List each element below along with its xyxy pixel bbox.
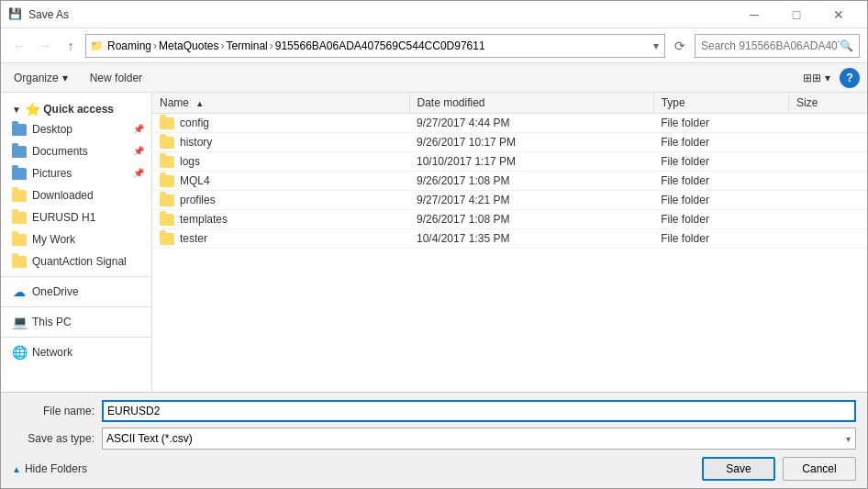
new-folder-button[interactable]: New folder [84,70,148,86]
file-content: Name ▲ Date modified Type Size [152,93,867,392]
sidebar-item-pictures[interactable]: Pictures 📌 [1,162,151,184]
file-name: history [180,136,212,149]
breadcrumb-part-3: Terminal [226,39,267,52]
sidebar-item-mywork[interactable]: My Work [1,228,151,250]
breadcrumb-icon: 📁 [90,39,104,52]
file-size [789,114,867,133]
breadcrumb-part-4: 915566BA06ADA407569C544CC0D97611 [275,39,485,52]
thispc-label: This PC [32,316,144,328]
table-row[interactable]: history 9/26/2017 10:17 PM File folder [152,133,867,152]
sort-arrow-icon: ▲ [195,99,204,108]
filename-input[interactable] [102,400,856,422]
folder-icon [160,214,174,226]
savetype-select[interactable]: ASCII Text (*.csv) [102,428,856,450]
file-size [789,229,867,249]
maximize-button[interactable]: □ [775,1,818,28]
file-type: File folder [653,114,788,133]
address-toolbar: ← → ↑ 📁 Roaming › MetaQuotes › Terminal … [1,28,867,63]
view-options-button[interactable]: ⊞⊞ ▾ [797,70,836,86]
breadcrumb-sep-2: › [220,39,224,52]
refresh-button[interactable]: ⟳ [669,35,691,57]
search-icon: 🔍 [840,39,853,52]
minimize-button[interactable]: ─ [733,1,775,28]
savetype-wrapper: ASCII Text (*.csv) [102,428,856,450]
folder-icon [160,233,174,245]
help-icon: ? [846,71,853,84]
breadcrumb[interactable]: 📁 Roaming › MetaQuotes › Terminal › 9155… [85,34,665,58]
quick-access-section: ▼ ⭐ Quick access Desktop 📌 Documents 📌 [1,96,151,272]
main-area: ▼ ⭐ Quick access Desktop 📌 Documents 📌 [1,93,867,392]
close-button[interactable]: ✕ [818,1,860,28]
file-table: Name ▲ Date modified Type Size [152,93,867,249]
folder-icon [160,175,174,187]
hide-folders-chevron-icon: ▲ [12,464,21,474]
view-dropdown-icon: ▾ [825,72,830,84]
file-size [789,172,867,191]
help-button[interactable]: ? [840,68,860,88]
up-button[interactable]: ↑ [60,35,82,57]
documents-label: Documents [32,145,128,158]
sidebar-item-quantaction[interactable]: QuantAction Signal [1,250,151,272]
sidebar-item-desktop[interactable]: Desktop 📌 [1,118,151,140]
sidebar-item-eurusd[interactable]: EURUSD H1 [1,206,151,228]
col-date[interactable]: Date modified [409,93,653,114]
pictures-pin-icon: 📌 [133,168,144,179]
sidebar-item-documents[interactable]: Documents 📌 [1,140,151,162]
table-row[interactable]: templates 9/26/2017 1:08 PM File folder [152,210,867,229]
back-button[interactable]: ← [8,35,30,57]
documents-pin-icon: 📌 [133,146,144,157]
sidebar-item-onedrive[interactable]: ☁ OneDrive [1,281,151,303]
sidebar-item-downloaded[interactable]: Downloaded [1,184,151,206]
savetype-label: Save as type: [12,432,95,445]
organize-button[interactable]: Organize ▾ [8,70,73,86]
organize-label: Organize [14,72,59,84]
eurusd-folder-icon [12,210,27,225]
organize-dropdown-icon: ▾ [62,72,68,84]
file-date: 9/26/2017 1:08 PM [409,172,653,191]
table-row[interactable]: logs 10/10/2017 1:17 PM File folder [152,152,867,172]
sidebar-item-thispc[interactable]: 💻 This PC [1,311,151,333]
col-size[interactable]: Size [789,93,867,114]
file-name-cell: templates [152,210,409,229]
sidebar-divider-3 [1,337,151,338]
file-type: File folder [653,133,788,152]
quick-access-header[interactable]: ▼ ⭐ Quick access [1,96,151,118]
hide-folders-toggle[interactable]: ▲ Hide Folders [12,462,87,475]
downloaded-label: Downloaded [32,189,144,202]
breadcrumb-dropdown-icon: ▾ [653,39,659,52]
file-name-cell: profiles [152,191,409,210]
network-label: Network [32,346,144,359]
file-name-cell: MQL4 [152,172,409,191]
file-type: File folder [653,172,788,191]
file-name: MQL4 [180,174,210,187]
col-name[interactable]: Name ▲ [152,93,409,114]
folder-icon [160,194,174,206]
quantaction-folder-icon [12,254,27,269]
breadcrumb-sep-3: › [270,39,273,52]
search-input[interactable] [701,39,840,52]
file-size [789,210,867,229]
table-row[interactable]: profiles 9/27/2017 4:21 PM File folder [152,191,867,210]
sidebar-item-network[interactable]: 🌐 Network [1,341,151,363]
table-row[interactable]: tester 10/4/2017 1:35 PM File folder [152,229,867,249]
cancel-button[interactable]: Cancel [783,457,856,481]
file-type: File folder [653,191,788,210]
file-name-cell: config [152,114,409,133]
save-button[interactable]: Save [702,457,775,481]
quantaction-label: QuantAction Signal [32,255,144,268]
forward-button[interactable]: → [34,35,56,57]
filename-row: File name: [12,400,856,422]
file-name: tester [180,232,207,245]
window-controls: ─ □ ✕ [733,1,860,28]
file-name: logs [180,155,200,168]
breadcrumb-sep-1: › [153,39,157,52]
filename-label: File name: [12,405,95,417]
file-date: 10/10/2017 1:17 PM [409,152,653,172]
col-type[interactable]: Type [653,93,788,114]
sidebar: ▼ ⭐ Quick access Desktop 📌 Documents 📌 [1,93,152,392]
table-row[interactable]: MQL4 9/26/2017 1:08 PM File folder [152,172,867,191]
file-size [789,191,867,210]
network-icon: 🌐 [12,345,27,360]
table-header-row: Name ▲ Date modified Type Size [152,93,867,114]
table-row[interactable]: config 9/27/2017 4:44 PM File folder [152,114,867,133]
